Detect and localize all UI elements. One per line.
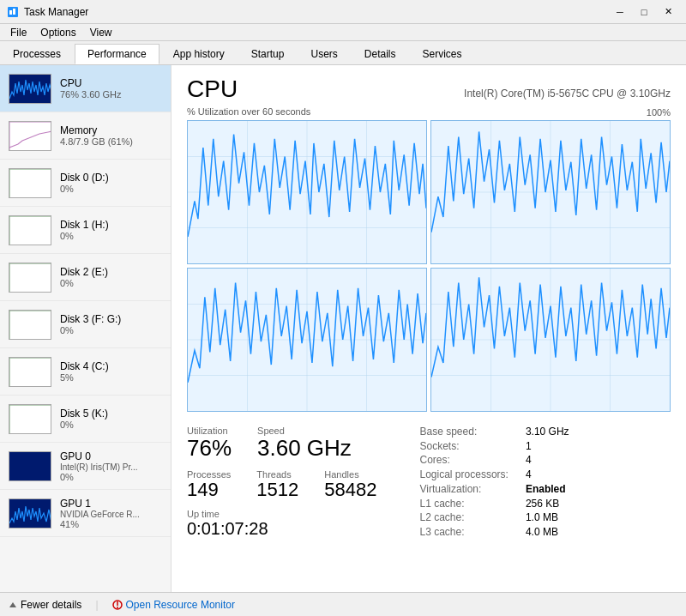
l3-label: L3 cache: (420, 526, 508, 539)
gpu1-sidebar-subtitle: 41% (60, 519, 162, 529)
svg-rect-12 (9, 452, 51, 481)
tab-services[interactable]: Services (410, 44, 475, 64)
base-speed-label: Base speed: (420, 426, 508, 438)
sidebar-item-disk3[interactable]: Disk 3 (F: G:) 0% (0, 301, 171, 348)
gpu0-thumbnail (9, 451, 51, 481)
l3-value: 4.0 MB (526, 526, 569, 539)
svg-rect-6 (9, 169, 51, 198)
sockets-value: 1 (526, 440, 569, 453)
sidebar-item-disk0[interactable]: Disk 0 (D:) 0% (0, 160, 171, 207)
sidebar-item-memory[interactable]: Memory 4.8/7.9 GB (61%) (0, 112, 171, 160)
disk2-thumbnail (9, 263, 51, 293)
disk0-sidebar-subtitle: 0% (60, 184, 162, 194)
memory-sidebar-subtitle: 4.8/7.9 GB (61%) (60, 136, 162, 147)
uptime-group: Up time 0:01:07:28 (187, 509, 377, 539)
uptime-label: Up time (187, 509, 377, 519)
sidebar-item-disk2[interactable]: Disk 2 (E:) 0% (0, 254, 171, 301)
cpu-sidebar-subtitle: 76% 3.60 GHz (60, 89, 162, 100)
tab-bar: Processes Performance App history Startu… (0, 41, 686, 65)
disk3-sidebar-info: Disk 3 (F: G:) 0% (60, 313, 162, 335)
processes-label: Processes (187, 469, 231, 480)
cpu-thumbnail (9, 74, 51, 104)
processes-value: 149 (187, 480, 231, 500)
svg-marker-38 (9, 602, 16, 607)
virt-label: Virtualization: (420, 483, 508, 496)
sidebar-item-disk1[interactable]: Disk 1 (H:) 0% (0, 207, 171, 254)
chart-100-label: 100% (647, 107, 671, 118)
cores-label: Cores: (420, 454, 508, 467)
gpu1-thumbnail (9, 498, 51, 528)
tab-processes[interactable]: Processes (0, 44, 74, 64)
menu-bar: File Options View (0, 24, 686, 41)
disk2-sidebar-title: Disk 2 (E:) (60, 266, 162, 278)
threads-value: 1512 (256, 480, 298, 500)
menu-file[interactable]: File (3, 24, 33, 41)
sidebar-item-disk5[interactable]: Disk 5 (K:) 0% (0, 396, 171, 443)
cpu-info-table: Base speed: 3.10 GHz Sockets: 1 Cores: 4… (420, 426, 569, 539)
speed-stat: Speed 3.60 GHz (257, 426, 352, 461)
sidebar-item-gpu1[interactable]: GPU 1 NVIDIA GeForce R... 41% (0, 490, 171, 537)
base-speed-value: 3.10 GHz (526, 426, 569, 438)
main-content: CPU 76% 3.60 GHz Memory 4.8/7.9 GB (61%) (0, 65, 686, 592)
disk1-thumbnail (9, 215, 51, 245)
detail-panel: CPU Intel(R) Core(TM) i5-5675C CPU @ 3.1… (172, 65, 686, 592)
svg-point-41 (117, 607, 118, 608)
disk0-thumbnail (9, 168, 51, 198)
resource-monitor-icon (112, 600, 123, 610)
svg-rect-8 (9, 263, 51, 293)
open-resource-monitor-button[interactable]: Open Resource Monitor (112, 599, 235, 611)
fewer-details-button[interactable]: Fewer details (9, 599, 81, 611)
disk5-sidebar-subtitle: 0% (60, 420, 162, 430)
close-button[interactable]: ✕ (657, 4, 679, 20)
tab-app-history[interactable]: App history (160, 44, 238, 64)
cpu-sidebar-info: CPU 76% 3.60 GHz (60, 77, 162, 100)
tab-startup[interactable]: Startup (238, 44, 298, 64)
disk3-sidebar-subtitle: 0% (60, 325, 162, 335)
disk3-thumbnail (9, 310, 51, 340)
app-icon (7, 6, 19, 18)
menu-options[interactable]: Options (33, 24, 82, 41)
tab-details[interactable]: Details (352, 44, 409, 64)
utilization-stat: Utilization 76% (187, 426, 232, 461)
logical-label: Logical processors: (420, 468, 508, 481)
cores-value: 4 (526, 454, 569, 467)
gpu1-sidebar-info: GPU 1 NVIDIA GeForce R... 41% (60, 498, 162, 529)
proc-thread-handles-row: Processes 149 Threads 1512 Handles 58482 (187, 469, 377, 500)
cpu-chart-grid (187, 120, 671, 412)
svg-rect-1 (9, 10, 12, 15)
disk0-sidebar-title: Disk 0 (D:) (60, 172, 162, 184)
disk5-sidebar-info: Disk 5 (K:) 0% (60, 408, 162, 430)
title-bar: Task Manager ─ □ ✕ (0, 0, 686, 24)
cpu-chart-3 (187, 268, 427, 412)
minimize-button[interactable]: ─ (609, 4, 631, 20)
window-controls: ─ □ ✕ (609, 4, 679, 20)
disk1-sidebar-info: Disk 1 (H:) 0% (60, 219, 162, 241)
disk1-sidebar-title: Disk 1 (H:) (60, 219, 162, 231)
disk4-sidebar-info: Disk 4 (C:) 5% (60, 360, 162, 383)
cpu-chart-2 (430, 120, 671, 264)
uptime-value: 0:01:07:28 (187, 519, 377, 539)
gpu1-sidebar-title: GPU 1 (60, 498, 162, 510)
memory-sidebar-title: Memory (60, 124, 162, 136)
disk2-sidebar-subtitle: 0% (60, 278, 162, 288)
virt-value: Enabled (526, 483, 569, 496)
tab-users[interactable]: Users (298, 44, 350, 64)
tab-performance[interactable]: Performance (75, 44, 159, 64)
sidebar-item-cpu[interactable]: CPU 76% 3.60 GHz (0, 65, 171, 112)
disk3-sidebar-title: Disk 3 (F: G:) (60, 313, 162, 325)
sidebar-item-gpu0[interactable]: GPU 0 Intel(R) Iris(TM) Pr... 0% (0, 443, 171, 490)
sidebar-item-disk4[interactable]: Disk 4 (C:) 5% (0, 348, 171, 396)
disk1-sidebar-subtitle: 0% (60, 231, 162, 241)
l2-value: 1.0 MB (526, 511, 569, 524)
l2-label: L2 cache: (420, 511, 508, 524)
menu-view[interactable]: View (83, 24, 119, 41)
memory-thumbnail (9, 121, 51, 151)
l1-value: 256 KB (526, 498, 569, 510)
maximize-button[interactable]: □ (633, 4, 655, 20)
gpu0-sidebar-title: GPU 0 (60, 450, 162, 462)
sidebar: CPU 76% 3.60 GHz Memory 4.8/7.9 GB (61%) (0, 65, 172, 592)
logical-value: 4 (526, 468, 569, 481)
gpu0-sidebar-info: GPU 0 Intel(R) Iris(TM) Pr... 0% (60, 450, 162, 482)
disk4-thumbnail (9, 357, 51, 387)
processes-stat: Processes 149 (187, 469, 231, 500)
